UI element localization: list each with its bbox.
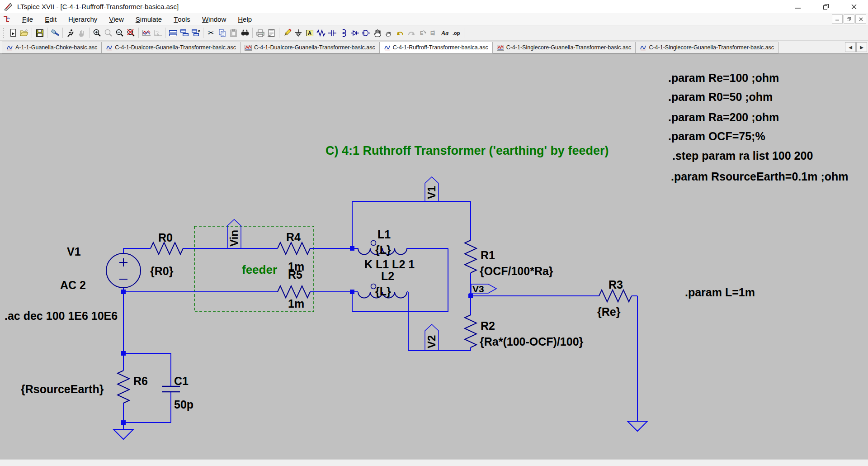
directive-step-ra[interactable]: .step param ra list 100 200 [672,149,813,162]
r3-value[interactable]: {Re} [597,305,621,318]
r6-name[interactable]: R6 [133,375,148,387]
rotate-button[interactable]: E [417,27,428,38]
resistor-r6[interactable]: R6 {RsourceEarth} [21,371,148,403]
menu-file[interactable]: File [16,13,39,25]
cascade-windows-button[interactable] [190,27,201,38]
directive-param-re[interactable]: .param Re=100 ;ohm [668,71,779,84]
tab-ruffroff-transformer[interactable]: C-4-1-Ruffroff-Transformer-basica.asc [380,42,493,53]
mdi-close-button[interactable] [855,14,866,24]
open-file-button[interactable] [19,27,30,38]
directive-param-l[interactable]: .param L=1m [685,286,755,299]
r0-value[interactable]: {R0} [150,265,174,277]
net-label-vin[interactable]: Vin [228,230,240,247]
v1-name[interactable]: V1 [67,245,81,258]
tab-dualcore-guanella-plot[interactable]: C-4-1-Dualcore-Guanella-Transformer-basi… [241,42,380,53]
r5-value[interactable]: 1m [288,297,304,310]
net-label-v3[interactable]: V3 [472,284,484,294]
place-ground-button[interactable] [292,27,304,38]
cut-button[interactable]: ✂ [205,27,217,38]
net-label-v2[interactable]: V2 [425,335,438,348]
c1-name[interactable]: C1 [174,375,189,387]
menu-simulate[interactable]: Simulate [130,13,168,25]
directive-ac[interactable]: .ac dec 100 1E6 10E6 [5,309,118,322]
zoom-full-extents-button[interactable] [125,27,137,38]
paste-button[interactable] [228,27,239,38]
drag-button[interactable] [383,27,394,38]
zoom-out-button[interactable] [114,27,125,38]
schematic-title[interactable]: C) 4:1 Ruthroff Transformer ('earthing' … [326,144,609,157]
resistor-r1[interactable]: R1 {OCF/100*Ra} [465,240,553,277]
place-capacitor-button[interactable] [326,27,338,38]
feeder-label[interactable]: feeder [242,263,277,276]
menu-view[interactable]: View [103,13,130,25]
zoom-box-button[interactable] [103,27,114,38]
find-button[interactable] [239,27,250,38]
tile-horizontal-button[interactable] [167,27,179,38]
close-button[interactable] [840,0,868,13]
menu-tools[interactable]: Tools [168,13,196,25]
menu-edit[interactable]: Edit [39,13,62,25]
print-button[interactable] [255,27,266,38]
plot-settings-button[interactable] [152,27,163,38]
directive-param-r0[interactable]: .param R0=50 ;ohm [668,90,773,103]
autorange-plot-button[interactable] [141,27,152,38]
tab-scroll-right-button[interactable]: ▶ [856,42,867,52]
r2-value[interactable]: {Ra*(100-OCF)/100} [480,335,584,348]
r1-name[interactable]: R1 [481,249,495,262]
run-button[interactable] [65,27,76,38]
r2-name[interactable]: R2 [481,319,495,332]
control-panel-button[interactable] [49,27,61,38]
copy-button[interactable] [217,27,228,38]
minimize-button[interactable] [784,0,812,13]
l1-name[interactable]: L1 [377,228,391,241]
resistor-r5[interactable]: R5 1m [278,268,310,310]
r5-name[interactable]: R5 [288,268,302,281]
tab-dualcore-guanella-schematic[interactable]: C-4-1-Dualcore-Guanella-Transformer-basi… [102,42,241,53]
tab-singlecore-guanella-schematic[interactable]: C-4-1-Singlecore-Guanella-Transformer-ba… [636,42,778,53]
v1-value[interactable]: AC 2 [60,279,86,291]
place-inductor-button[interactable] [338,27,349,38]
r1-value[interactable]: {OCF/100*Ra} [480,265,553,277]
menu-help[interactable]: Help [232,13,258,25]
coupling-directive[interactable]: K L1 L2 1 [364,258,415,271]
capacitor-c1[interactable]: C1 50p [162,375,193,411]
resistor-r3[interactable]: R3 {Re} [597,278,632,318]
place-component-button[interactable] [360,27,372,38]
l1-value[interactable]: {L} [375,243,391,256]
restore-button[interactable] [812,0,840,13]
move-button[interactable] [372,27,383,38]
spice-directive-button[interactable]: .op [451,27,462,38]
save-button[interactable] [34,27,45,38]
print-preview-button[interactable] [266,27,277,38]
c1-value[interactable]: 50p [174,398,193,411]
schematic-canvas[interactable]: V1 AC 2 R0 {R0} R4 1m R5 1m [0,54,868,459]
voltage-source-v1[interactable]: V1 AC 2 [60,245,141,291]
mdi-restore-button[interactable] [844,14,854,24]
resistor-r2[interactable]: R2 {Ra*(100-OCF)/100} [465,315,584,348]
resistor-r4[interactable]: R4 1m [278,231,310,273]
place-label-button[interactable]: A [304,27,315,38]
tab-guanella-choke[interactable]: A-1-1-Guanella-Choke-basic.asc [2,42,102,53]
halt-button[interactable] [76,27,87,38]
mdi-minimize-button[interactable] [832,14,843,24]
draw-wire-button[interactable] [281,27,292,38]
net-label-v1[interactable]: V1 [425,186,438,199]
tile-vertical-button[interactable] [179,27,190,38]
inductor-l1[interactable]: L1 {L} [358,228,407,256]
tab-scroll-left-button[interactable]: ◀ [845,42,856,52]
tab-singlecore-guanella-plot[interactable]: C-4-1-Singlecore-Guanella-Transformer-ba… [493,42,636,53]
directive-param-rsource[interactable]: .param RsourceEarth=0.1m ;ohm [671,170,849,183]
mirror-button[interactable]: EE [428,27,439,38]
new-schematic-button[interactable] [7,27,19,38]
inductor-l2[interactable]: L2 {L} [358,270,407,298]
directive-param-ocf[interactable]: .param OCF=75;% [668,130,765,143]
l2-name[interactable]: L2 [381,270,394,282]
r0-name[interactable]: R0 [158,231,173,244]
menu-hierarchy[interactable]: Hierarchy [62,13,103,25]
undo-button[interactable] [394,27,406,38]
l2-value[interactable]: {L} [375,285,391,298]
r6-value[interactable]: {RsourceEarth} [21,383,104,395]
r3-name[interactable]: R3 [609,278,623,291]
place-resistor-button[interactable] [315,27,326,38]
zoom-in-button[interactable] [91,27,103,38]
